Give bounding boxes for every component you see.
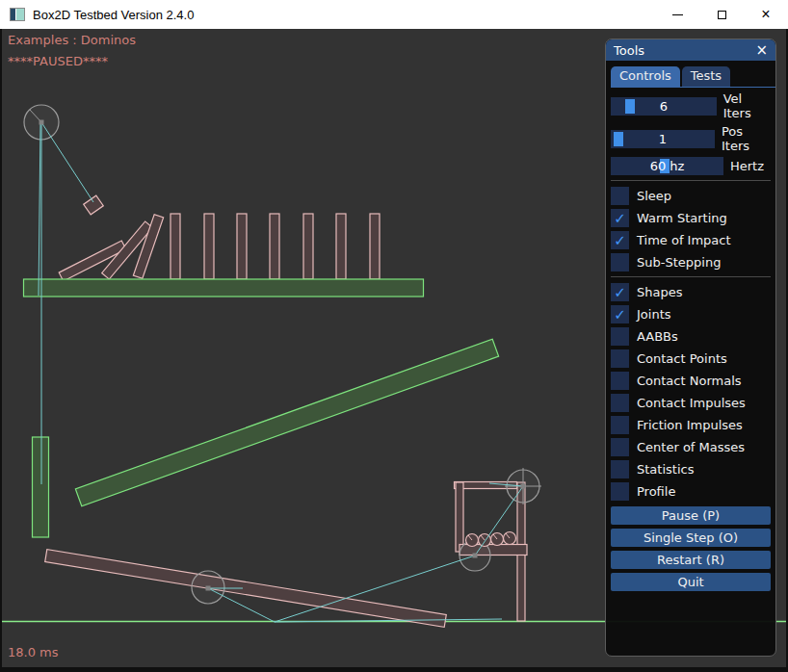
tools-panel: Tools × ControlsTests 6Vel Iters1Pos Ite… — [605, 39, 776, 657]
checkbox-sub-stepping[interactable] — [611, 253, 629, 271]
checkbox-label: Warm Starting — [637, 211, 727, 225]
domino[interactable] — [370, 214, 380, 279]
checkbox-label: Contact Points — [637, 351, 727, 366]
checkbox-shapes[interactable]: ✓ — [611, 283, 629, 301]
separator — [611, 276, 771, 277]
checkbox-contact-normals[interactable] — [611, 372, 629, 390]
checkbox-row: ✓Warm Starting — [611, 209, 771, 227]
checkbox-contact-impulses[interactable] — [611, 394, 629, 412]
hanging-box[interactable] — [84, 195, 104, 215]
checkbox-row: Contact Impulses — [611, 394, 771, 412]
slider-group: 6Vel Iters1Pos Iters60 hzHertz — [611, 91, 771, 175]
platform[interactable] — [24, 279, 424, 297]
window-titlebar[interactable]: Box2D Testbed Version 2.4.0 × — [0, 0, 788, 29]
checkbox-row: Center of Masses — [611, 438, 771, 456]
checkbox-warm-starting[interactable]: ✓ — [611, 209, 629, 227]
checkbox-label: Shapes — [637, 285, 682, 299]
quit-button[interactable]: Quit — [611, 573, 771, 591]
checkbox-row: Sub-Stepping — [611, 253, 771, 271]
slider-value: 1 — [611, 130, 715, 148]
tab-underline — [611, 87, 775, 88]
example-label: Examples : Dominos — [8, 33, 136, 47]
checkbox-row: Sleep — [611, 187, 771, 205]
checkbox-row: ✓Time of Impact — [611, 231, 771, 249]
checkbox-center-of-masses[interactable] — [611, 438, 629, 456]
tab-controls[interactable]: Controls — [611, 66, 680, 87]
joint-line — [39, 122, 40, 296]
checkmark-icon: ✓ — [614, 210, 626, 227]
checkbox-label: Profile — [637, 484, 675, 499]
tools-panel-content: ControlsTests 6Vel Iters1Pos Iters60 hzH… — [606, 66, 775, 591]
joint-anchor — [39, 120, 44, 125]
slider-value: 6 — [611, 97, 717, 116]
domino[interactable] — [336, 214, 346, 279]
domino[interactable] — [171, 214, 180, 279]
joint-anchor — [473, 554, 478, 558]
checkbox-label: Sleep — [637, 189, 671, 203]
physics-viewport[interactable]: Examples : Dominos ****PAUSED**** 18.0 m… — [2, 29, 786, 667]
close-icon: × — [761, 7, 770, 22]
domino[interactable] — [204, 214, 214, 279]
checkbox-sleep[interactable] — [611, 187, 629, 205]
slider-pos-iters[interactable]: 1 — [611, 130, 715, 148]
single-step-o-button[interactable]: Single Step (O) — [611, 529, 771, 547]
slider-value: 60 hz — [611, 157, 723, 175]
tools-panel-title: Tools — [614, 43, 755, 58]
checkbox-time-of-impact[interactable]: ✓ — [611, 231, 629, 249]
checkbox-row: Statistics — [611, 460, 771, 478]
app-window: Box2D Testbed Version 2.4.0 × Examples :… — [0, 0, 788, 672]
domino[interactable] — [303, 214, 313, 279]
domino[interactable] — [237, 214, 247, 279]
maximize-icon — [718, 11, 726, 19]
domino[interactable] — [270, 214, 279, 279]
window-title: Box2D Testbed Version 2.4.0 — [33, 8, 194, 22]
checkbox-row: Contact Points — [611, 349, 771, 368]
checkbox-row: ✓Joints — [611, 305, 771, 323]
maximize-button[interactable] — [699, 0, 744, 29]
panel-close-icon[interactable]: × — [755, 43, 768, 58]
slider-label: Pos Iters — [722, 124, 771, 153]
vertical-post[interactable] — [33, 437, 49, 537]
frame-time-label: 18.0 ms — [8, 645, 59, 659]
stand-left-leg[interactable] — [456, 482, 463, 552]
checkbox-label: Contact Normals — [637, 374, 742, 388]
checkmark-icon: ✓ — [614, 232, 626, 249]
tab-bar: ControlsTests — [611, 66, 771, 87]
checkbox-statistics[interactable] — [611, 460, 629, 478]
slider-label: Vel Iters — [723, 91, 771, 120]
button-group: Pause (P)Single Step (O)Restart (R)Quit — [611, 506, 771, 591]
checkbox-aabbs[interactable] — [611, 327, 629, 346]
app-icon — [10, 8, 25, 21]
separator — [611, 180, 771, 181]
close-button[interactable]: × — [744, 0, 788, 29]
tools-panel-titlebar[interactable]: Tools × — [606, 39, 775, 61]
checkmark-icon: ✓ — [614, 284, 626, 301]
checkbox-groups: Sleep✓Warm Starting✓Time of ImpactSub-St… — [611, 187, 771, 501]
checkbox-label: Time of Impact — [637, 233, 731, 247]
checkbox-profile[interactable] — [611, 482, 629, 501]
slider-row: 60 hzHertz — [611, 157, 771, 175]
checkbox-joints[interactable]: ✓ — [611, 305, 629, 323]
checkbox-row: Friction Impulses — [611, 416, 771, 434]
slider-row: 1Pos Iters — [611, 124, 771, 153]
checkbox-row: ✓Shapes — [611, 283, 771, 301]
minimize-icon — [672, 14, 683, 15]
restart-r-button[interactable]: Restart (R) — [611, 551, 771, 569]
joint-anchor — [206, 586, 211, 591]
checkbox-label: Center of Masses — [637, 440, 745, 454]
checkbox-friction-impulses[interactable] — [611, 416, 629, 434]
joint-anchor — [521, 484, 526, 489]
slider-row: 6Vel Iters — [611, 91, 771, 120]
checkbox-label: Contact Impulses — [637, 396, 746, 410]
checkbox-row: Contact Normals — [611, 372, 771, 390]
slider-hertz[interactable]: 60 hz — [611, 157, 723, 175]
seesaw-plank[interactable] — [45, 550, 447, 628]
minimize-button[interactable] — [655, 0, 699, 29]
ramp-plank[interactable] — [75, 339, 498, 506]
slider-vel-iters[interactable]: 6 — [611, 97, 717, 116]
pause-p-button[interactable]: Pause (P) — [611, 506, 771, 525]
tab-tests[interactable]: Tests — [682, 66, 730, 87]
checkbox-label: Joints — [637, 307, 671, 322]
paused-label: ****PAUSED**** — [8, 54, 108, 68]
checkbox-contact-points[interactable] — [611, 349, 629, 368]
